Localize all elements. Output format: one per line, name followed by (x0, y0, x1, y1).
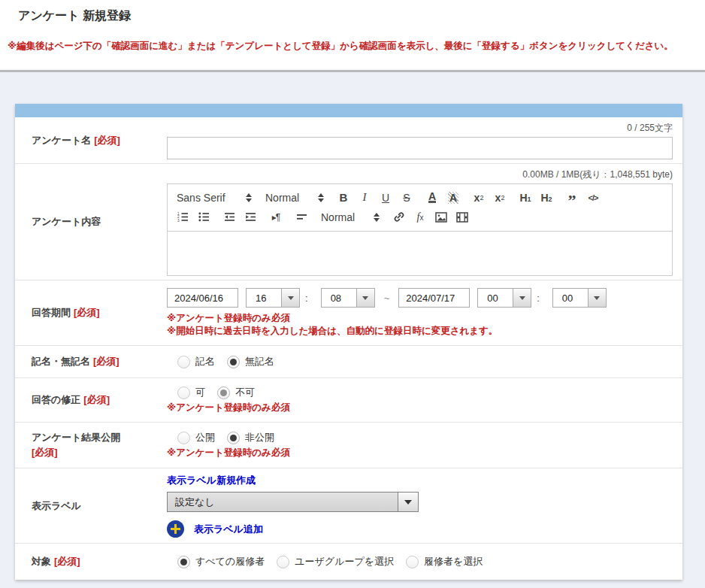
updown-arrows-icon (374, 213, 380, 222)
page-title: アンケート 新規登録 (0, 0, 705, 24)
end-minute-value: 00 (553, 289, 588, 307)
display-label-label: 表示ラベル (32, 499, 81, 514)
start-hour-select[interactable]: 16 (246, 288, 300, 308)
required-badge: [必須] (74, 305, 100, 320)
blockquote-icon[interactable]: ” (566, 191, 578, 205)
modification-radio-group: 可不可 (177, 386, 673, 399)
header1-icon[interactable]: H1 (519, 191, 531, 205)
strike-icon[interactable]: S (401, 191, 413, 205)
display-label-select-value: 設定なし (168, 493, 398, 511)
radio-button-icon[interactable] (227, 356, 240, 368)
size-select[interactable]: Normal (321, 211, 380, 223)
end-date-input[interactable] (398, 288, 470, 308)
page-notice: ※編集後はページ下の「確認画面に進む」または「テンプレートとして登録」から確認画… (0, 40, 705, 53)
period-note-1: ※アンケート登録時のみ必須 (167, 312, 673, 325)
anonymity-option-1[interactable]: 記名 (177, 355, 215, 368)
radio-button-icon[interactable] (177, 432, 190, 444)
survey-name-label: アンケート名 (32, 133, 91, 148)
row-display-label: 表示ラベル 表示ラベル新規作成 設定なし 表示ラベル追加 (15, 468, 682, 544)
target-option-1[interactable]: すべての履修者 (177, 555, 265, 568)
end-hour-dropdown-button[interactable] (513, 289, 531, 307)
start-date-input[interactable] (167, 288, 238, 308)
anonymity-option-2[interactable]: 無記名 (227, 355, 274, 368)
underline-icon[interactable]: U (380, 191, 392, 205)
modification-option-2[interactable]: 不可 (217, 386, 255, 399)
background-color-icon[interactable]: A (447, 191, 459, 205)
bold-icon[interactable]: B (337, 191, 349, 205)
chevron-down-icon (404, 500, 412, 505)
modification-option-1[interactable]: 可 (177, 386, 205, 399)
chevron-down-icon (519, 296, 525, 300)
required-badge: [必須] (83, 393, 110, 408)
modification-note: ※アンケート登録時のみ必須 (167, 402, 673, 414)
target-option-3[interactable]: 履修者を選択 (406, 555, 483, 568)
radio-label: 公開 (195, 431, 215, 444)
ordered-list-icon[interactable]: 123 (177, 211, 189, 224)
publication-radio-group: 公開非公開 (177, 431, 673, 444)
radio-button-icon[interactable] (217, 386, 230, 399)
target-option-2[interactable]: ユーザグループを選択 (277, 555, 394, 568)
formula-icon[interactable]: fx (414, 211, 426, 224)
end-minute-dropdown-button[interactable] (588, 289, 606, 307)
radio-button-icon[interactable] (227, 432, 240, 444)
radio-button-icon[interactable] (277, 556, 289, 568)
video-icon[interactable] (456, 211, 468, 224)
required-badge: [必須] (54, 554, 80, 569)
row-modification: 回答の修正 [必須] 可不可 ※アンケート登録時のみ必須 (15, 378, 682, 423)
radio-label: ユーザグループを選択 (295, 555, 394, 568)
code-block-icon[interactable]: </> (587, 191, 599, 205)
plus-icon (167, 520, 184, 538)
radio-label: 無記名 (245, 355, 274, 368)
heading-select-value: Normal (265, 192, 299, 204)
indent-icon[interactable] (244, 211, 256, 224)
text-color-icon[interactable]: A (426, 191, 438, 205)
outdent-icon[interactable] (223, 211, 235, 224)
target-radio-group: すべての履修者ユーザグループを選択履修者を選択 (177, 555, 673, 568)
end-minute-select[interactable]: 00 (552, 288, 607, 308)
radio-button-icon[interactable] (406, 556, 419, 568)
end-hour-select[interactable]: 00 (477, 288, 531, 308)
bullet-list-icon[interactable] (198, 211, 210, 224)
superscript-icon[interactable]: x2 (494, 191, 506, 205)
image-icon[interactable] (435, 211, 447, 224)
link-icon[interactable] (393, 211, 405, 224)
updown-arrows-icon (246, 193, 252, 202)
display-label-dropdown-button[interactable] (398, 493, 418, 511)
row-publication: アンケート結果公開 [必須] 公開非公開 ※アンケート登録時のみ必須 (15, 423, 682, 468)
italic-icon[interactable]: I (359, 191, 371, 205)
required-badge: [必須] (94, 133, 120, 148)
font-select[interactable]: Sans Serif (177, 192, 252, 204)
radio-button-icon[interactable] (177, 556, 190, 568)
required-badge: [必須] (93, 354, 120, 369)
radio-button-icon[interactable] (177, 356, 190, 368)
direction-icon[interactable]: ▸¶ (270, 211, 282, 224)
radio-button-icon[interactable] (177, 386, 190, 399)
add-display-label-button[interactable]: 表示ラベル追加 (167, 520, 673, 538)
display-label-select[interactable]: 設定なし (167, 492, 419, 512)
heading-select[interactable]: Normal (265, 192, 324, 204)
page-body: アンケート名 [必須] 0 / 255文字 アンケート内容 0.00MB / 1… (0, 72, 705, 588)
publication-option-2[interactable]: 非公開 (227, 431, 274, 444)
add-display-label-text: 表示ラベル追加 (194, 523, 263, 536)
page-header: アンケート 新規登録 ※編集後はページ下の「確認画面に進む」または「テンプレート… (0, 0, 705, 72)
start-minute-select[interactable]: 08 (321, 288, 375, 308)
create-display-label-link[interactable]: 表示ラベル新規作成 (167, 474, 673, 487)
end-hour-value: 00 (478, 289, 513, 307)
row-survey-content: アンケート内容 0.00MB / 1MB(残り：1,048,551 byte) … (15, 164, 682, 280)
target-label: 対象 (32, 554, 51, 569)
start-hour-dropdown-button[interactable] (281, 289, 299, 307)
align-icon[interactable] (295, 211, 307, 224)
editor-text-area[interactable] (167, 232, 673, 276)
survey-name-input[interactable] (167, 137, 673, 159)
start-minute-value: 08 (322, 289, 356, 307)
subscript-icon[interactable]: x2 (473, 191, 485, 205)
row-answer-period: 回答期間 [必須] 16 : 08 ~ (15, 280, 682, 346)
row-target: 対象 [必須] すべての履修者ユーザグループを選択履修者を選択 (15, 544, 682, 580)
radio-label: 不可 (235, 386, 255, 399)
chevron-down-icon (594, 296, 600, 300)
start-minute-dropdown-button[interactable] (356, 289, 374, 307)
radio-label: 非公開 (245, 431, 274, 444)
period-note-2: ※開始日時に過去日時を入力した場合は、自動的に登録日時に変更されます。 (167, 325, 673, 338)
header2-icon[interactable]: H2 (540, 191, 552, 205)
publication-option-1[interactable]: 公開 (177, 431, 215, 444)
